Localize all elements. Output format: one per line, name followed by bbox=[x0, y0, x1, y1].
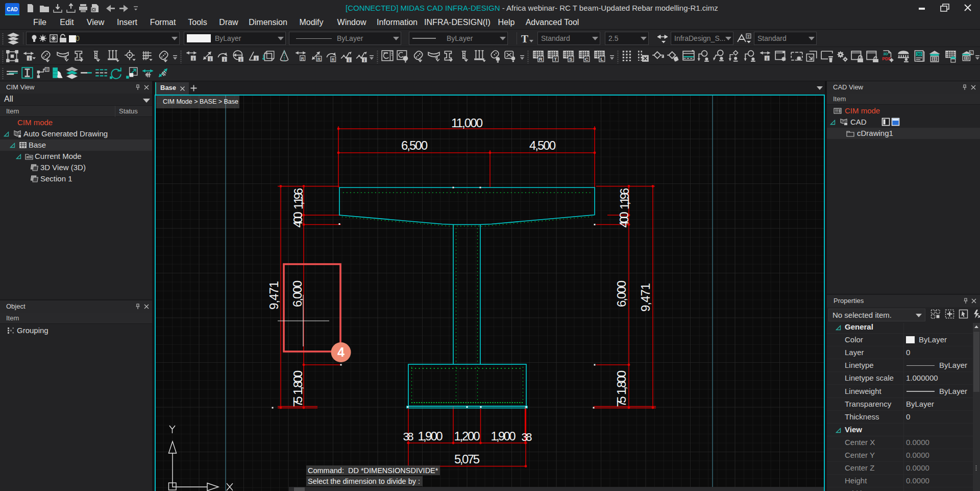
svg-text:6,000: 6,000 bbox=[615, 280, 628, 307]
svg-text:C: C bbox=[585, 56, 589, 62]
svg-text:38: 38 bbox=[522, 431, 532, 443]
svg-text:S: S bbox=[569, 56, 573, 62]
svg-text:Command: DD *DIMENSIONSDIVIDE: Command: DD *DIMENSIONSDIVIDE* bbox=[308, 466, 438, 475]
svg-text:400: 400 bbox=[291, 212, 305, 228]
svg-text:6,000: 6,000 bbox=[290, 280, 304, 307]
svg-text:L: L bbox=[600, 56, 603, 62]
svg-text:T: T bbox=[554, 56, 557, 62]
svg-text:400: 400 bbox=[617, 212, 631, 228]
svg-text:CAD: CAD bbox=[7, 7, 18, 12]
svg-text:38: 38 bbox=[403, 430, 414, 443]
svg-text:75: 75 bbox=[291, 396, 305, 407]
svg-text:Select the dimension to divide: Select the dimension to divide by : bbox=[308, 477, 420, 485]
svg-text:1,900: 1,900 bbox=[418, 429, 443, 443]
svg-text:9,471: 9,471 bbox=[267, 281, 281, 310]
svg-text:1,800: 1,800 bbox=[291, 370, 305, 395]
svg-text:75: 75 bbox=[615, 396, 628, 407]
svg-text:CIM Mode > BASE > Base: CIM Mode > BASE > Base bbox=[163, 98, 238, 105]
svg-text:4: 4 bbox=[337, 345, 345, 359]
svg-text:11,000: 11,000 bbox=[451, 116, 483, 130]
svg-text:1,200: 1,200 bbox=[454, 429, 480, 443]
svg-text:6,500: 6,500 bbox=[401, 138, 428, 152]
svg-text:5,075: 5,075 bbox=[454, 452, 480, 466]
svg-text:1,800: 1,800 bbox=[615, 370, 628, 395]
svg-text:1,196: 1,196 bbox=[291, 188, 305, 209]
svg-text:1,196: 1,196 bbox=[618, 188, 631, 209]
svg-text:4,500: 4,500 bbox=[529, 138, 556, 152]
svg-text:T: T bbox=[747, 34, 750, 39]
svg-text:R: R bbox=[539, 56, 543, 62]
svg-text:9,471: 9,471 bbox=[639, 283, 652, 312]
svg-text:DWG: DWG bbox=[27, 157, 32, 159]
svg-text:1,900: 1,900 bbox=[491, 429, 516, 443]
